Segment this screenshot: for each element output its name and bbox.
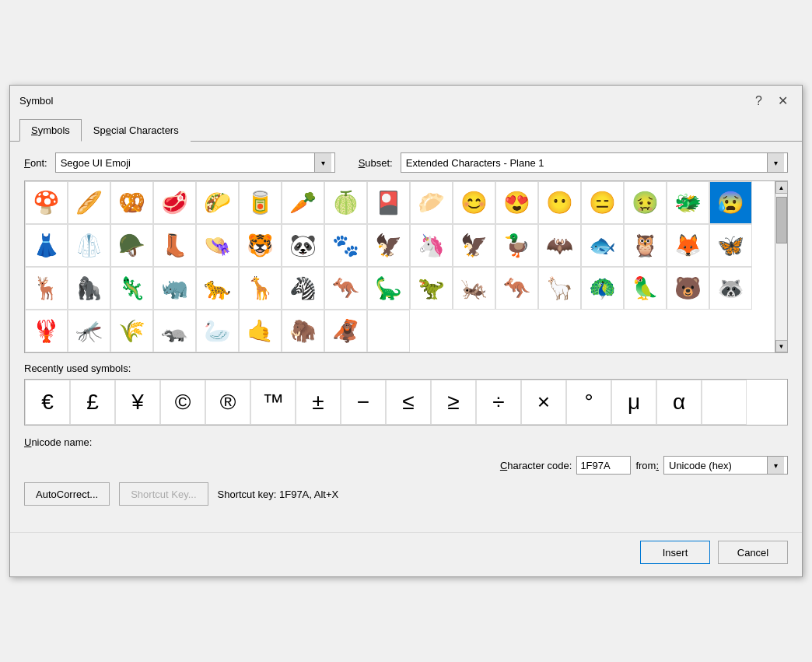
- symbol-cell[interactable]: 😊: [453, 181, 495, 224]
- symbol-cell[interactable]: 🦘: [324, 267, 367, 310]
- symbol-cell[interactable]: 🦡: [153, 310, 196, 352]
- symbol-cell[interactable]: 🦞: [25, 310, 68, 352]
- symbol-cell[interactable]: 🦆: [495, 224, 538, 267]
- recent-cell[interactable]: α: [656, 380, 702, 425]
- symbol-cell[interactable]: 🦊: [667, 224, 709, 267]
- symbol-cell[interactable]: 🥨: [110, 181, 153, 224]
- recent-cell[interactable]: ≥: [431, 380, 476, 425]
- recent-cell[interactable]: °: [566, 380, 611, 425]
- symbol-cell[interactable]: 😑: [581, 181, 624, 224]
- symbol-cell[interactable]: 🦗: [453, 267, 495, 310]
- charcode-input[interactable]: [576, 456, 631, 475]
- symbol-cell[interactable]: 🦅: [367, 224, 410, 267]
- subset-label: Subset:: [359, 157, 393, 169]
- symbol-cell[interactable]: 😶: [538, 181, 581, 224]
- symbol-cell[interactable]: 🎴: [367, 181, 410, 224]
- symbol-cell[interactable]: [367, 310, 410, 352]
- recent-cell[interactable]: ≤: [386, 380, 431, 425]
- symbol-cell[interactable]: 🦄: [410, 224, 453, 267]
- symbol-cell[interactable]: 🦋: [709, 224, 752, 267]
- symbol-cell[interactable]: 🦖: [410, 267, 453, 310]
- subset-select[interactable]: Extended Characters - Plane 1 ▾: [401, 152, 788, 173]
- symbol-cell[interactable]: 🦅: [453, 224, 495, 267]
- recent-cell[interactable]: ¥: [115, 380, 160, 425]
- symbol-cell[interactable]: 🦧: [324, 310, 367, 352]
- subset-dropdown-arrow[interactable]: ▾: [767, 153, 784, 172]
- symbol-cell[interactable]: 🦚: [581, 267, 624, 310]
- symbol-cell[interactable]: 🐯: [239, 224, 282, 267]
- symbol-cell[interactable]: 🦝: [709, 267, 752, 310]
- symbol-cell[interactable]: 🐆: [196, 267, 239, 310]
- from-select[interactable]: Unicode (hex) ▾: [663, 456, 788, 475]
- tab-symbols[interactable]: Symbols: [19, 119, 82, 142]
- symbol-cell[interactable]: 🥟: [410, 181, 453, 224]
- recent-cell[interactable]: μ: [611, 380, 656, 425]
- symbol-cell[interactable]: 🥖: [68, 181, 110, 224]
- scroll-up-button[interactable]: ▲: [775, 181, 788, 194]
- font-select[interactable]: Segoe UI Emoji ▾: [55, 152, 335, 173]
- symbol-cell[interactable]: 🍈: [324, 181, 367, 224]
- symbol-cell[interactable]: 🐾: [324, 224, 367, 267]
- symbol-cell[interactable]: 🍄: [25, 181, 68, 224]
- recent-cell[interactable]: [702, 380, 747, 425]
- recent-cell[interactable]: ™: [250, 380, 296, 425]
- symbol-cell[interactable]: 🦇: [538, 224, 581, 267]
- symbol-cell[interactable]: 🦟: [68, 310, 110, 352]
- symbol-cell[interactable]: 🦏: [153, 267, 196, 310]
- symbol-cell[interactable]: 🐻: [667, 267, 709, 310]
- symbol-cell[interactable]: 🦉: [624, 224, 667, 267]
- tab-special-characters[interactable]: Special Characters: [82, 119, 191, 142]
- footer: Insert Cancel: [10, 532, 802, 576]
- recent-cell[interactable]: ±: [296, 380, 341, 425]
- scroll-down-button[interactable]: ▼: [775, 340, 788, 352]
- symbol-cell[interactable]: 🥫: [239, 181, 282, 224]
- recent-cell[interactable]: £: [70, 380, 115, 425]
- symbol-cell[interactable]: 🦌: [25, 267, 68, 310]
- from-dropdown-arrow[interactable]: ▾: [767, 457, 784, 474]
- symbol-cell[interactable]: 🦕: [367, 267, 410, 310]
- symbol-cell[interactable]: 👗: [25, 224, 68, 267]
- symbol-cell[interactable]: 🦜: [624, 267, 667, 310]
- scroll-thumb[interactable]: [776, 197, 787, 243]
- help-button[interactable]: ?: [751, 93, 767, 110]
- symbol-cell[interactable]: 🥼: [68, 224, 110, 267]
- close-button[interactable]: ✕: [773, 92, 793, 110]
- symbol-cell[interactable]: 🌾: [110, 310, 153, 352]
- symbol-cell[interactable]: 🦢: [196, 310, 239, 352]
- symbol-cell[interactable]: 🥩: [153, 181, 196, 224]
- font-dropdown-arrow[interactable]: ▾: [314, 153, 331, 172]
- symbol-cell[interactable]: 🐲: [667, 181, 709, 224]
- symbol-cell[interactable]: 🦣: [282, 310, 324, 352]
- recent-cell[interactable]: €: [25, 380, 70, 425]
- shortcut-key-button[interactable]: Shortcut Key...: [119, 482, 208, 506]
- symbol-cell[interactable]: 😍: [495, 181, 538, 224]
- cancel-button[interactable]: Cancel: [718, 541, 788, 564]
- recent-cell[interactable]: ®: [205, 380, 250, 425]
- symbol-cell-selected[interactable]: 😰: [709, 181, 752, 224]
- symbol-cell[interactable]: 🦙: [538, 267, 581, 310]
- from-value: Unicode (hex): [669, 460, 767, 471]
- symbol-cell[interactable]: 🤙: [239, 310, 282, 352]
- recent-cell[interactable]: ×: [521, 380, 566, 425]
- title-bar: Symbol ? ✕: [10, 86, 802, 114]
- symbol-cell[interactable]: 🌮: [196, 181, 239, 224]
- symbol-cell[interactable]: 🤢: [624, 181, 667, 224]
- recent-cell[interactable]: ÷: [476, 380, 521, 425]
- insert-button[interactable]: Insert: [640, 541, 710, 564]
- symbol-cell[interactable]: 🐟: [581, 224, 624, 267]
- recent-cell[interactable]: −: [341, 380, 386, 425]
- charcode-row: Character code: from: Unicode (hex) ▾: [24, 456, 788, 475]
- symbol-cell[interactable]: 🦍: [68, 267, 110, 310]
- symbol-cell[interactable]: 🦒: [239, 267, 282, 310]
- symbol-cell[interactable]: 🥕: [282, 181, 324, 224]
- recent-cell[interactable]: ©: [160, 380, 205, 425]
- symbol-cell[interactable]: 🪖: [110, 224, 153, 267]
- symbol-cell[interactable]: 👢: [153, 224, 196, 267]
- symbol-cell[interactable]: 👒: [196, 224, 239, 267]
- symbol-cell[interactable]: 🦘: [495, 267, 538, 310]
- symbol-cell[interactable]: 🐼: [282, 224, 324, 267]
- symbol-cell[interactable]: 🦎: [110, 267, 153, 310]
- symbol-cell[interactable]: 🦓: [282, 267, 324, 310]
- autocorrect-button[interactable]: AutoCorrect...: [24, 482, 110, 506]
- scrollbar[interactable]: ▲ ▼: [775, 181, 787, 352]
